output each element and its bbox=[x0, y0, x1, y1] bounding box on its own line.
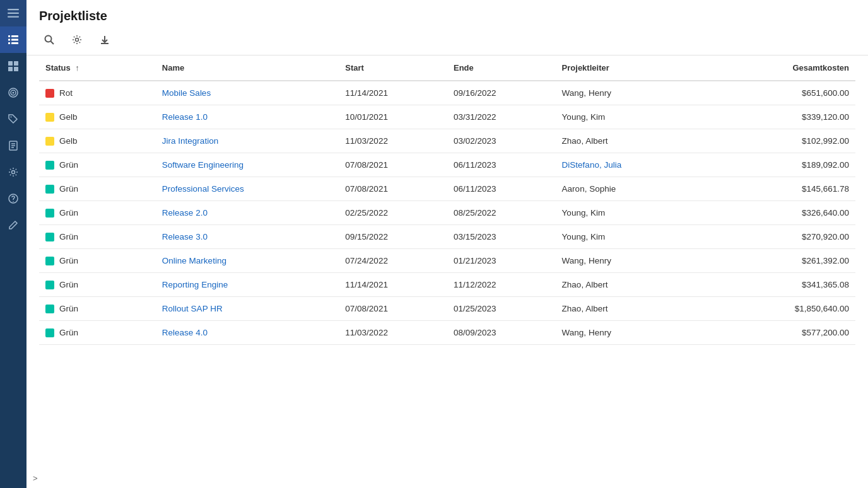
svg-rect-2 bbox=[8, 16, 19, 18]
project-name-link[interactable]: Online Marketing bbox=[162, 256, 226, 265]
table-row: GelbJira Integration11/03/202203/02/2023… bbox=[39, 129, 855, 153]
project-name-link[interactable]: Professional Services bbox=[162, 184, 244, 194]
sidebar-item-list[interactable] bbox=[0, 26, 26, 53]
column-header-status[interactable]: Status ↑ bbox=[39, 55, 156, 81]
pm-name: Zhao, Albert bbox=[556, 297, 722, 321]
pm-name: Young, Kim bbox=[556, 201, 722, 225]
project-table-container: Status ↑ Name Start Ende Projektleiter G… bbox=[26, 55, 868, 468]
column-header-name[interactable]: Name bbox=[156, 55, 339, 81]
total-cost: $577,200.00 bbox=[722, 321, 855, 345]
download-button[interactable] bbox=[95, 30, 115, 50]
start-date: 02/25/2022 bbox=[339, 201, 447, 225]
project-name-link[interactable]: Release 3.0 bbox=[162, 232, 208, 241]
total-cost: $261,392.00 bbox=[722, 249, 855, 273]
svg-line-25 bbox=[51, 42, 54, 45]
sidebar-item-settings[interactable] bbox=[0, 159, 26, 185]
status-label: Grün bbox=[59, 184, 78, 194]
start-date: 07/08/2021 bbox=[339, 153, 447, 177]
end-date: 09/16/2022 bbox=[447, 81, 556, 105]
project-name-link[interactable]: Release 4.0 bbox=[162, 328, 208, 337]
end-date: 03/31/2022 bbox=[447, 105, 556, 129]
table-row: GelbRelease 1.010/01/202103/31/2022Young… bbox=[39, 105, 855, 129]
sidebar-item-target[interactable] bbox=[0, 79, 26, 106]
svg-point-26 bbox=[76, 38, 79, 42]
status-dot bbox=[45, 161, 54, 170]
sidebar bbox=[0, 0, 26, 488]
table-row: GrünProfessional Services07/08/202106/11… bbox=[39, 177, 855, 201]
pm-name: Wang, Henry bbox=[556, 321, 722, 345]
pm-name: Wang, Henry bbox=[556, 249, 722, 273]
svg-rect-5 bbox=[8, 39, 10, 41]
end-date: 01/21/2023 bbox=[447, 249, 556, 273]
sidebar-item-edit[interactable] bbox=[0, 212, 26, 238]
search-button[interactable] bbox=[39, 30, 59, 50]
project-name-link[interactable]: Release 1.0 bbox=[162, 112, 208, 122]
status-label: Grün bbox=[59, 328, 78, 337]
svg-rect-3 bbox=[8, 35, 10, 37]
svg-point-21 bbox=[12, 171, 15, 174]
sidebar-item-tag[interactable] bbox=[0, 106, 26, 132]
svg-rect-6 bbox=[11, 39, 18, 41]
table-row: RotMobile Sales11/14/202109/16/2022Wang,… bbox=[39, 81, 855, 105]
main-content: Projektliste Status ↑ Name bbox=[26, 0, 868, 488]
start-date: 11/03/2022 bbox=[339, 129, 447, 153]
svg-rect-4 bbox=[11, 35, 18, 37]
column-header-cost[interactable]: Gesamtkosten bbox=[722, 55, 855, 81]
project-name-link[interactable]: Mobile Sales bbox=[162, 88, 211, 98]
svg-rect-8 bbox=[11, 42, 18, 44]
project-name-link[interactable]: Software Engineering bbox=[162, 160, 243, 170]
status-label: Gelb bbox=[59, 112, 78, 122]
status-label: Gelb bbox=[59, 136, 78, 146]
end-date: 03/02/2023 bbox=[447, 129, 556, 153]
svg-rect-9 bbox=[8, 61, 13, 66]
table-row: GrünRelease 3.009/15/202203/15/2023Young… bbox=[39, 225, 855, 249]
svg-rect-11 bbox=[8, 67, 13, 71]
table-row: GrünSoftware Engineering07/08/202106/11/… bbox=[39, 153, 855, 177]
sidebar-item-report[interactable] bbox=[0, 132, 26, 159]
total-cost: $102,992.00 bbox=[722, 129, 855, 153]
sidebar-item-dashboard[interactable] bbox=[0, 53, 26, 79]
svg-point-23 bbox=[13, 201, 14, 202]
end-date: 03/15/2023 bbox=[447, 225, 556, 249]
status-label: Grün bbox=[59, 304, 78, 313]
end-date: 01/25/2023 bbox=[447, 297, 556, 321]
project-table: Status ↑ Name Start Ende Projektleiter G… bbox=[39, 55, 855, 345]
toolbar bbox=[39, 30, 855, 50]
sidebar-item-help[interactable] bbox=[0, 185, 26, 212]
status-dot bbox=[45, 137, 54, 146]
pm-name: Wang, Henry bbox=[556, 81, 722, 105]
svg-rect-7 bbox=[8, 42, 10, 44]
status-dot bbox=[45, 89, 54, 98]
sidebar-item-menu[interactable] bbox=[0, 0, 26, 26]
total-cost: $341,365.08 bbox=[722, 273, 855, 297]
start-date: 07/08/2021 bbox=[339, 297, 447, 321]
table-row: GrünOnline Marketing07/24/202201/21/2023… bbox=[39, 249, 855, 273]
page-title: Projektliste bbox=[39, 9, 855, 23]
start-date: 11/14/2021 bbox=[339, 273, 447, 297]
svg-rect-1 bbox=[8, 13, 19, 14]
start-date: 11/14/2021 bbox=[339, 81, 447, 105]
table-row: GrünRelease 2.002/25/202208/25/2022Young… bbox=[39, 201, 855, 225]
total-cost: $189,092.00 bbox=[722, 153, 855, 177]
table-row: GrünRollout SAP HR07/08/202101/25/2023Zh… bbox=[39, 297, 855, 321]
project-name-link[interactable]: Release 2.0 bbox=[162, 208, 208, 218]
project-name-link[interactable]: Rollout SAP HR bbox=[162, 304, 223, 313]
pm-name-link[interactable]: DiStefano, Julia bbox=[562, 160, 622, 170]
svg-rect-12 bbox=[14, 67, 18, 71]
column-header-start[interactable]: Start bbox=[339, 55, 447, 81]
end-date: 08/09/2023 bbox=[447, 321, 556, 345]
expand-button[interactable]: > bbox=[26, 468, 868, 488]
settings-button[interactable] bbox=[67, 30, 87, 50]
project-name-link[interactable]: Jira Integration bbox=[162, 136, 218, 146]
project-name-link[interactable]: Reporting Engine bbox=[162, 280, 228, 289]
status-dot bbox=[45, 257, 54, 265]
status-label: Grün bbox=[59, 232, 78, 241]
start-date: 11/03/2022 bbox=[339, 321, 447, 345]
table-row: GrünReporting Engine11/14/202111/12/2022… bbox=[39, 273, 855, 297]
status-dot bbox=[45, 209, 54, 218]
column-header-ende[interactable]: Ende bbox=[447, 55, 556, 81]
svg-rect-0 bbox=[8, 9, 19, 10]
status-label: Grün bbox=[59, 208, 78, 218]
column-header-pm[interactable]: Projektleiter bbox=[556, 55, 722, 81]
svg-rect-10 bbox=[14, 61, 18, 66]
